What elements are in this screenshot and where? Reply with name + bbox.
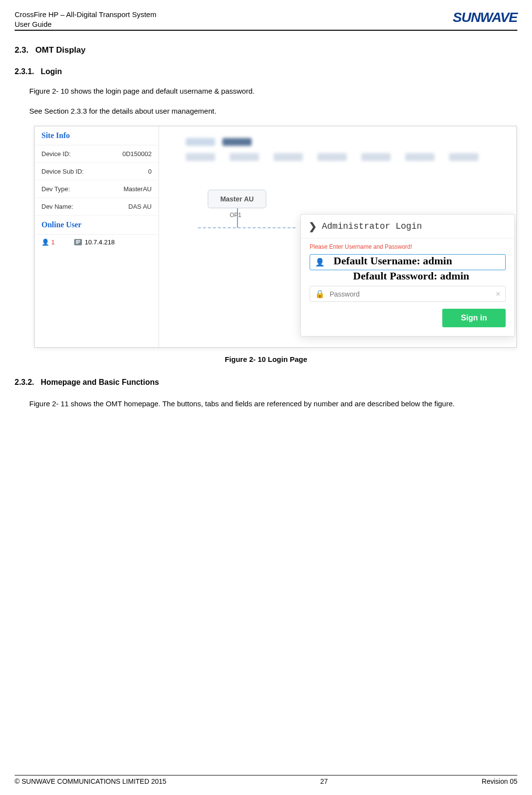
section-2-3-2-heading: 2.3.2. Homepage and Basic Functions — [15, 378, 517, 387]
product-line: CrossFire HP – All-Digital Transport Sys… — [15, 10, 157, 20]
paragraph-1: Figure 2- 10 shows the login page and de… — [29, 86, 517, 96]
user-icon: 👤 — [315, 258, 325, 267]
device-subid-label: Device Sub ID: — [41, 168, 84, 175]
op1-label: OP1 — [230, 212, 241, 219]
section-2-3-1-heading: 2.3.1. Login — [15, 67, 517, 76]
section-title: Login — [40, 67, 62, 76]
modal-body: Please Enter Username and Password! 👤 🔒 … — [301, 238, 514, 336]
brand-logo: SUNWAVE — [453, 10, 518, 25]
online-ip: 10.7.4.218 — [85, 238, 115, 246]
lock-icon: 🔒 — [315, 289, 325, 298]
device-id-label: Device ID: — [41, 150, 71, 158]
blurred-row — [186, 153, 507, 161]
blurred-tab — [222, 138, 252, 146]
dev-type-row: Dev Type: MasterAU — [35, 180, 158, 198]
figure-2-10: Site Info Device ID: 0D150002 Device Sub… — [34, 126, 517, 348]
password-input[interactable] — [330, 290, 496, 298]
screenshot-sidebar: Site Info Device ID: 0D150002 Device Sub… — [35, 126, 159, 347]
screenshot-main: Master AU OP1 ❯ Administrator Login Plea… — [159, 126, 516, 347]
paragraph-2: See Section 2.3.3 for the details about … — [29, 106, 517, 116]
site-info-header: Site Info — [35, 126, 158, 145]
blurred-tab — [186, 138, 215, 146]
default-username-overlay: Default Username: admin — [334, 255, 452, 267]
online-user-header: Online User — [35, 216, 158, 235]
login-screenshot: Site Info Device ID: 0D150002 Device Sub… — [34, 126, 517, 348]
section-num: 2.3.1. — [15, 67, 34, 76]
device-subid-value: 0 — [148, 168, 152, 175]
doc-type: User Guide — [15, 20, 157, 29]
ip-badge-icon: IP — [74, 239, 81, 245]
device-id-row: Device ID: 0D150002 — [35, 145, 158, 163]
dev-name-row: Dev Name: DAS AU — [35, 198, 158, 216]
chevron-right-icon: ❯ — [309, 220, 317, 232]
modal-title-text: Administrator Login — [322, 221, 422, 231]
section-num: 2.3.2. — [15, 378, 34, 386]
section-num: 2.3. — [15, 45, 28, 55]
master-au-node[interactable]: Master AU — [208, 190, 266, 208]
paragraph-3: Figure 2- 11 shows the OMT homepage. The… — [29, 397, 517, 411]
page-header: CrossFire HP – All-Digital Transport Sys… — [15, 10, 517, 31]
default-password-overlay: Default Password: admin — [353, 270, 469, 282]
header-left: CrossFire HP – All-Digital Transport Sys… — [15, 10, 157, 29]
section-title: OMT Display — [36, 45, 86, 55]
error-message: Please Enter Username and Password! — [310, 243, 506, 250]
dev-type-label: Dev Type: — [41, 185, 70, 193]
online-count: 1 — [51, 238, 55, 246]
section-2-3-heading: 2.3. OMT Display — [15, 45, 517, 55]
dev-name-label: Dev Name: — [41, 203, 73, 210]
online-user-row: 👤 1 IP 10.7.4.218 — [35, 235, 158, 250]
user-icon: 👤 — [41, 238, 49, 246]
figure-caption: Figure 2- 10 Login Page — [15, 355, 517, 363]
section-title: Homepage and Basic Functions — [40, 378, 159, 386]
clear-icon[interactable]: × — [496, 290, 500, 298]
connector-dashed — [198, 227, 296, 228]
brand-text: SUNWAVE — [453, 10, 518, 25]
device-id-value: 0D150002 — [122, 150, 152, 158]
dev-name-value: DAS AU — [128, 203, 152, 210]
password-field[interactable]: 🔒 × — [310, 286, 506, 302]
signin-button[interactable]: Sign in — [442, 309, 506, 327]
device-subid-row: Device Sub ID: 0 — [35, 163, 158, 180]
dev-type-value: MasterAU — [123, 185, 152, 193]
modal-title-bar: ❯ Administrator Login — [301, 215, 514, 238]
